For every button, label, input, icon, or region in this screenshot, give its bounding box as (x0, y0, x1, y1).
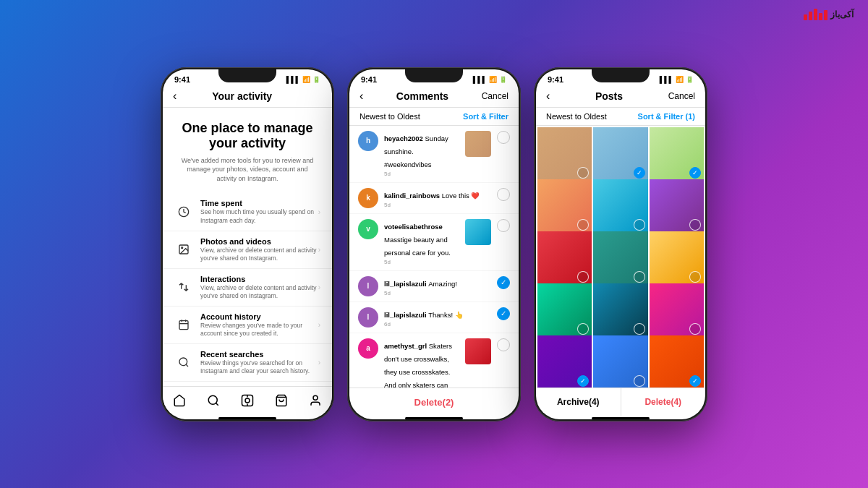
post-select-6[interactable] (689, 219, 701, 231)
nav-title-2: Comments (396, 90, 448, 102)
wifi-icon-2: 📶 (489, 76, 497, 83)
delete-button-2[interactable]: Delete(2) (414, 397, 454, 408)
post-select-9[interactable] (689, 271, 701, 283)
cancel-button-3[interactable]: Cancel (668, 91, 695, 101)
signal-icon-3: ▌▌▌ (660, 76, 673, 83)
comment-text-4: Amazing! (428, 280, 457, 288)
comment-check-3[interactable] (497, 219, 510, 232)
post-select-12[interactable] (689, 323, 701, 335)
back-button-1[interactable]: ‹ (173, 90, 176, 103)
tab-search[interactable] (203, 393, 224, 408)
arrow-time: › (318, 208, 320, 216)
sort-filter-2[interactable]: Sort & Filter (463, 112, 509, 121)
comment-body-2: kalindi_rainbows Love this ❤️ 5d (384, 188, 495, 208)
post-select-8[interactable] (634, 271, 645, 283)
post-thumb-15[interactable]: ✓ (650, 335, 704, 388)
svg-point-12 (245, 398, 250, 403)
comment-check-6[interactable] (497, 338, 510, 351)
comment-check-1[interactable] (497, 131, 510, 144)
arrow-history: › (318, 321, 320, 329)
post-thumb-7[interactable] (537, 231, 592, 286)
post-thumb-1[interactable] (537, 127, 592, 181)
tab-profile[interactable] (305, 393, 326, 408)
post-select-14[interactable] (634, 375, 645, 387)
post-select-3[interactable]: ✓ (689, 167, 701, 179)
post-thumb-3[interactable]: ✓ (650, 127, 704, 181)
tab-reels[interactable] (237, 393, 258, 408)
back-button-2[interactable]: ‹ (359, 90, 363, 103)
post-thumb-5[interactable] (593, 179, 647, 234)
tab-shop[interactable] (271, 393, 292, 408)
menu-item-interactions[interactable]: Interactions View, archive or delete con… (163, 269, 332, 307)
sort-filter-3[interactable]: Sort & Filter (1) (638, 112, 695, 121)
post-thumb-6[interactable] (650, 179, 704, 234)
menu-title-interactions: Interactions (200, 275, 318, 283)
comment-thumb-1 (465, 131, 491, 157)
post-thumb-11[interactable] (593, 283, 647, 338)
menu-desc-interactions: View, archive or delete content and acti… (200, 284, 318, 300)
sort-bar-3: Newest to Oldest Sort & Filter (1) (536, 108, 705, 126)
post-thumb-8[interactable] (593, 231, 647, 286)
post-thumb-10[interactable] (537, 283, 592, 338)
post-thumb-2[interactable]: ✓ (593, 127, 647, 181)
comment-time-5: 6d (384, 321, 495, 328)
post-select-13[interactable]: ✓ (577, 375, 589, 387)
phone-3: 9:41 ▌▌▌ 📶 🔋 ‹ Posts Cancel Newest to Ol… (534, 67, 707, 421)
svg-point-2 (182, 247, 183, 249)
comment-time-2: 5d (384, 202, 495, 208)
delete-button-3[interactable]: Delete(4) (621, 388, 706, 416)
menu-item-history[interactable]: Account history Review changes you've ma… (163, 307, 332, 344)
archive-delete-bar: Archive(4) Delete(4) (536, 388, 705, 416)
comment-item[interactable]: a amethyst_grl Skaters don't use crosswa… (349, 333, 519, 388)
bar1 (804, 14, 807, 20)
comments-list: h heyach2002 Sunday sunshine. #weekendvi… (349, 126, 519, 388)
comment-text-2: Love this ❤️ (442, 192, 480, 200)
post-select-10[interactable] (577, 323, 589, 335)
menu-title-searches: Recent searches (200, 350, 318, 359)
post-thumb-4[interactable] (537, 179, 592, 234)
menu-item-photos[interactable]: Photos and videos View, archive or delet… (163, 231, 332, 269)
menu-item-searches[interactable]: Recent searches Review things you've sea… (163, 344, 332, 382)
comment-user-4: lil_lapislazuli (384, 280, 428, 288)
tab-home[interactable] (169, 393, 190, 408)
comment-text-5: Thanks! 👆 (428, 311, 463, 319)
post-select-15[interactable]: ✓ (689, 375, 701, 387)
comment-item[interactable]: l lil_lapislazuli Thanks! 👆 6d ✓ (349, 302, 519, 333)
post-select-2[interactable]: ✓ (634, 167, 645, 179)
avatar-6: a (358, 338, 378, 359)
status-icons-2: ▌▌▌ 📶 🔋 (473, 76, 507, 83)
archive-button[interactable]: Archive(4) (536, 388, 621, 416)
notch-3 (592, 69, 650, 82)
bar4 (819, 13, 822, 20)
post-thumb-14[interactable] (593, 335, 647, 388)
nav-bar-1: ‹ Your activity (163, 87, 332, 108)
comment-item[interactable]: h heyach2002 Sunday sunshine. #weekendvi… (349, 126, 519, 183)
comment-check-5[interactable]: ✓ (497, 307, 510, 320)
comment-check-2[interactable] (497, 188, 510, 201)
svg-line-10 (216, 403, 218, 405)
back-button-3[interactable]: ‹ (546, 90, 550, 103)
post-thumb-12[interactable] (650, 283, 704, 338)
post-select-4[interactable] (577, 219, 589, 231)
comment-body-5: lil_lapislazuli Thanks! 👆 6d (384, 307, 495, 328)
comment-item[interactable]: v voteelisabethrose Masstige beauty and … (349, 214, 519, 271)
post-thumb-13[interactable]: ✓ (537, 335, 592, 388)
svg-point-9 (208, 395, 217, 404)
battery-icon-2: 🔋 (499, 76, 507, 83)
post-select-5[interactable] (634, 219, 645, 231)
menu-item-time-spent[interactable]: Time spent See how much time you usually… (163, 193, 332, 231)
delete-bar-2: Delete(2) (349, 388, 519, 416)
cancel-button-2[interactable]: Cancel (482, 91, 509, 101)
comment-item[interactable]: l lil_lapislazuli Amazing! 5d ✓ (349, 271, 519, 302)
comment-item[interactable]: k kalindi_rainbows Love this ❤️ 5d (349, 183, 519, 214)
post-thumb-9[interactable] (650, 231, 704, 286)
comment-check-4[interactable]: ✓ (497, 276, 510, 289)
wifi-icon-3: 📶 (676, 76, 684, 83)
post-select-11[interactable] (634, 323, 645, 335)
comment-user-2: kalindi_rainbows (384, 192, 442, 200)
battery-icon-1: 🔋 (312, 76, 320, 83)
hero-section: One place to manage your activity We've … (163, 108, 332, 191)
post-select-1[interactable] (577, 167, 589, 179)
comment-body-6: amethyst_grl Skaters don't use crosswalk… (384, 338, 461, 388)
post-select-7[interactable] (577, 271, 589, 283)
